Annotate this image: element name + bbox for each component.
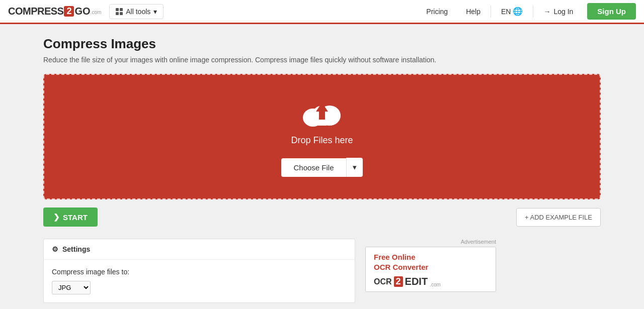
grid-icon [116,8,123,15]
ad-label: Advertisement [365,239,496,245]
ad-box: Free OnlineOCR Converter OCR 2 EDIT .com [365,247,496,292]
logo-compress: COMPRESS [8,6,63,17]
ocr-logo-row: OCR 2 EDIT .com [374,276,441,287]
gear-icon: ⚙ [52,245,58,253]
header: COMPRESS 2 GO .com All tools ▾ Pricing H… [0,0,644,24]
add-example-button[interactable]: + ADD EXAMPLE FILE [516,208,601,227]
lang-label: EN [501,8,511,16]
format-select[interactable]: JPG PNG WEBP GIF [52,281,91,294]
login-label: Log In [553,8,573,16]
format-select-group: JPG PNG WEBP GIF [52,281,347,294]
nav-divider [491,6,491,18]
nav-divider-2 [533,6,533,18]
ad-panel: Advertisement Free OnlineOCR Converter O… [365,239,496,303]
ocr-title: Free OnlineOCR Converter [374,252,428,272]
logo[interactable]: COMPRESS 2 GO .com [8,6,101,17]
signup-button[interactable]: Sign Up [587,3,636,20]
logo-com: .com [91,10,102,15]
ocr-com: .com [430,282,441,287]
nav-help[interactable]: Help [458,4,489,20]
settings-body: Compress image files to: JPG PNG WEBP GI… [44,260,355,302]
start-label: START [63,213,88,222]
actions-row: ❯ START + ADD EXAMPLE FILE [43,208,601,227]
start-button[interactable]: ❯ START [43,208,98,227]
logo-two: 2 [64,6,74,17]
cloud-upload-icon [302,96,342,129]
settings-compress-label: Compress image files to: [52,268,347,276]
page-subtitle: Reduce the file size of your images with… [43,56,601,64]
start-chevron-icon: ❯ [53,213,60,222]
all-tools-label: All tools [126,8,150,16]
choose-file-dropdown-button[interactable]: ▾ [346,158,363,177]
ocr-text: OCR [374,277,392,286]
ocr-ad-content[interactable]: Free OnlineOCR Converter OCR 2 EDIT .com [366,247,496,291]
ocr-2: 2 [394,276,403,287]
choose-file-button[interactable]: Choose File [281,158,346,177]
ocr-edit: EDIT [405,276,428,287]
choose-file-group: Choose File ▾ [281,158,362,177]
dropzone[interactable]: Drop Files here Choose File ▾ [43,74,601,199]
nav-pricing[interactable]: Pricing [418,4,456,20]
bottom-row: ⚙ Settings Compress image files to: JPG … [43,239,601,303]
nav-language[interactable]: EN 🌐 [493,3,531,20]
main-content: Compress Images Reduce the file size of … [35,24,609,309]
settings-header: ⚙ Settings [44,239,355,260]
drop-text: Drop Files here [291,135,353,146]
page-title: Compress Images [43,36,601,52]
login-button[interactable]: → Log In [535,4,581,20]
logo-go: GO [74,6,90,17]
login-arrow-icon: → [543,8,550,16]
all-tools-button[interactable]: All tools ▾ [109,4,164,19]
chevron-down-icon: ▾ [153,8,157,16]
settings-title: Settings [62,245,90,253]
header-nav: Pricing Help EN 🌐 → Log In Sign Up [418,3,636,20]
globe-icon: 🌐 [513,7,523,16]
settings-panel: ⚙ Settings Compress image files to: JPG … [43,239,355,303]
